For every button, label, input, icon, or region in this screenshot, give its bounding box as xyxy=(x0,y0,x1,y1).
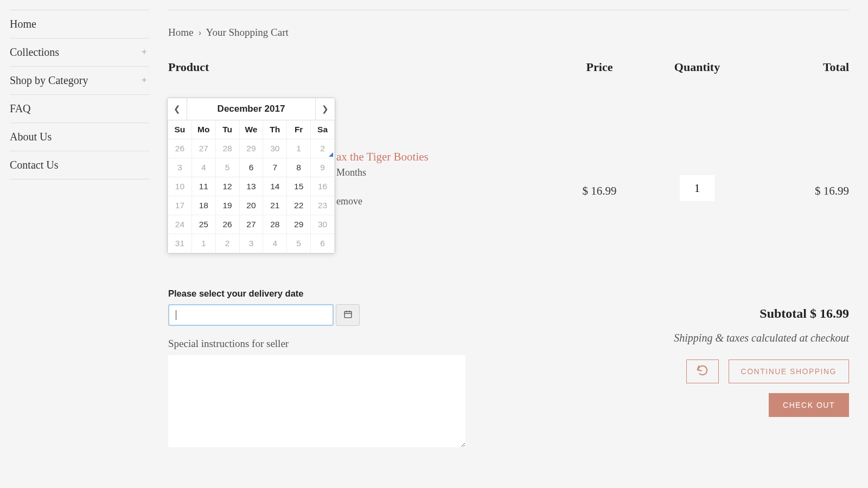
sidebar-item-label: Contact Us xyxy=(10,159,58,171)
calendar-day[interactable]: 9 xyxy=(311,158,335,177)
calendar-day[interactable]: 18 xyxy=(192,196,215,215)
remove-link[interactable]: emove xyxy=(336,196,429,207)
product-line-total: $ 16.99 xyxy=(751,114,849,198)
plus-icon: + xyxy=(142,75,149,86)
calendar-day[interactable]: 2 xyxy=(215,234,239,253)
chevron-right-icon: ❯ xyxy=(322,104,329,114)
checkout-button[interactable]: CHECK OUT xyxy=(769,393,849,417)
cart-header-row: Product Price Quantity Total xyxy=(168,60,849,74)
calendar-day[interactable]: 17 xyxy=(168,196,192,215)
calendar-day[interactable]: 19 xyxy=(215,196,239,215)
quantity-input[interactable] xyxy=(680,175,714,201)
calendar-day[interactable]: 11 xyxy=(192,177,215,196)
sidebar: HomeCollections+Shop by Category+FAQAbou… xyxy=(0,0,149,450)
product-price: $ 16.99 xyxy=(556,114,643,198)
calendar-day[interactable]: 28 xyxy=(215,139,239,158)
sidebar-item-faq[interactable]: FAQ xyxy=(10,95,149,123)
calendar-day[interactable]: 23 xyxy=(311,196,335,215)
calendar-day[interactable]: 13 xyxy=(239,177,263,196)
calendar-month-title[interactable]: December 2017 xyxy=(187,98,315,120)
sidebar-item-label: About Us xyxy=(10,131,52,143)
calendar-day[interactable]: 6 xyxy=(311,234,335,253)
sidebar-item-label: Collections xyxy=(10,46,59,59)
calendar-dow: Sa xyxy=(311,120,335,139)
breadcrumb-home[interactable]: Home xyxy=(168,27,193,38)
calendar-day[interactable]: 27 xyxy=(192,139,215,158)
calendar-day[interactable]: 26 xyxy=(215,215,239,234)
calendar-day[interactable]: 29 xyxy=(287,215,311,234)
calendar-day[interactable]: 30 xyxy=(263,139,287,158)
sidebar-item-shop-by-category[interactable]: Shop by Category+ xyxy=(10,67,149,95)
calendar-dow: Fr xyxy=(287,120,311,139)
calendar-dow: Su xyxy=(168,120,192,139)
header-product: Product xyxy=(168,60,556,74)
subtotal-value: $ 16.99 xyxy=(810,306,849,320)
calendar-day[interactable]: 15 xyxy=(287,177,311,196)
header-quantity: Quantity xyxy=(643,60,751,74)
sidebar-item-label: FAQ xyxy=(10,102,31,115)
calendar-day[interactable]: 26 xyxy=(168,139,192,158)
calendar-day[interactable]: 29 xyxy=(239,139,263,158)
calendar-next-month[interactable]: ❯ xyxy=(315,98,335,120)
calendar-icon xyxy=(343,310,353,320)
sidebar-item-about-us[interactable]: About Us xyxy=(10,123,149,151)
calendar-day[interactable]: 30 xyxy=(311,215,335,234)
calendar-day[interactable]: 20 xyxy=(239,196,263,215)
shipping-note: Shipping & taxes calculated at checkout xyxy=(674,332,849,344)
plus-icon: + xyxy=(142,47,149,58)
order-summary: Subtotal $ 16.99 Shipping & taxes calcul… xyxy=(674,306,849,417)
delivery-date-label: Please select your delivery date xyxy=(168,288,849,299)
calendar-day[interactable]: 3 xyxy=(168,158,192,177)
calendar-day[interactable]: 10 xyxy=(168,177,192,196)
breadcrumb: Home › Your Shopping Cart xyxy=(168,27,849,38)
sidebar-item-label: Home xyxy=(10,18,36,30)
calendar-day[interactable]: 28 xyxy=(263,215,287,234)
calendar-day[interactable]: 16 xyxy=(311,177,335,196)
subtotal-label: Subtotal xyxy=(760,306,807,320)
sidebar-item-label: Shop by Category xyxy=(10,74,88,87)
continue-shopping-button[interactable]: CONTINUE SHOPPING xyxy=(729,359,849,383)
header-total: Total xyxy=(751,60,849,74)
breadcrumb-current: Your Shopping Cart xyxy=(206,27,289,38)
calendar-day[interactable]: 7 xyxy=(263,158,287,177)
calendar-dow: Mo xyxy=(192,120,215,139)
calendar-day[interactable]: 12 xyxy=(215,177,239,196)
refresh-icon xyxy=(697,364,709,379)
delivery-date-input[interactable] xyxy=(168,304,334,326)
date-picker-popover: ❮ December 2017 ❯ SuMoTuWeThFrSa 2627282… xyxy=(167,98,335,254)
calendar-day[interactable]: 25 xyxy=(192,215,215,234)
calendar-dow: Th xyxy=(263,120,287,139)
header-price: Price xyxy=(556,60,643,74)
calendar-day[interactable]: 5 xyxy=(215,158,239,177)
calendar-day[interactable]: 27 xyxy=(239,215,263,234)
calendar-day[interactable]: 3 xyxy=(239,234,263,253)
calendar-day[interactable]: 4 xyxy=(263,234,287,253)
calendar-day[interactable]: 5 xyxy=(287,234,311,253)
sidebar-item-home[interactable]: Home xyxy=(10,10,149,38)
calendar-day[interactable]: 6 xyxy=(239,158,263,177)
calendar-day[interactable]: 1 xyxy=(287,139,311,158)
calendar-day[interactable]: 4 xyxy=(192,158,215,177)
product-title-link[interactable]: ax the Tiger Booties xyxy=(336,150,429,164)
calendar-day[interactable]: 8 xyxy=(287,158,311,177)
calendar-day[interactable]: 31 xyxy=(168,234,192,253)
breadcrumb-separator: › xyxy=(198,27,201,38)
instructions-textarea[interactable] xyxy=(168,355,465,447)
chevron-left-icon: ❮ xyxy=(174,104,181,114)
calendar-day[interactable]: 22 xyxy=(287,196,311,215)
product-variant: Months xyxy=(336,167,429,178)
sidebar-item-collections[interactable]: Collections+ xyxy=(10,38,149,67)
calendar-button[interactable] xyxy=(336,304,360,326)
calendar-dow: We xyxy=(239,120,263,139)
svg-rect-0 xyxy=(344,312,352,318)
calendar-day[interactable]: 14 xyxy=(263,177,287,196)
calendar-day[interactable]: 21 xyxy=(263,196,287,215)
refresh-cart-button[interactable] xyxy=(686,359,719,383)
calendar-dow: Tu xyxy=(215,120,239,139)
calendar-prev-month[interactable]: ❮ xyxy=(168,98,187,120)
calendar-day[interactable]: 2 xyxy=(311,139,335,158)
sidebar-item-contact-us[interactable]: Contact Us xyxy=(10,151,149,179)
calendar-day[interactable]: 1 xyxy=(192,234,215,253)
calendar-day[interactable]: 24 xyxy=(168,215,192,234)
